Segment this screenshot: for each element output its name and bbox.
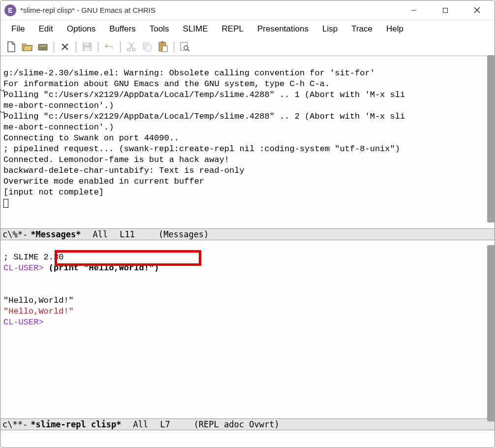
repl-prompt: CL-USER>	[3, 318, 44, 327]
repl-modeline[interactable]: c\**- *slime-repl clisp* All L7 (REPL ad…	[0, 418, 495, 430]
titlebar: E *slime-repl clisp* - GNU Emacs at CHRI…	[0, 0, 495, 20]
modeline-prefix: c\**-	[2, 419, 28, 429]
maximize-button[interactable]	[435, 2, 455, 18]
modeline-prefix: c\%*-	[2, 229, 28, 239]
cut-icon[interactable]	[124, 40, 138, 54]
window-title: *slime-repl clisp* - GNU Emacs at CHRIS	[20, 6, 404, 14]
minibuffer[interactable]	[0, 430, 495, 441]
continuation-mark: ↪	[0, 109, 5, 116]
message-line: backward-delete-char-untabify: Text is r…	[3, 166, 245, 175]
modeline-buffer-name: *slime-repl clisp*	[31, 419, 121, 429]
toolbar-separator	[174, 41, 174, 52]
cursor	[3, 199, 8, 208]
message-line: [input not complete]	[3, 188, 104, 197]
copy-icon[interactable]	[140, 40, 154, 54]
search-icon[interactable]	[178, 40, 192, 54]
svg-rect-16	[146, 45, 151, 51]
repl-buffer[interactable]: ; SLIME 2.30 CL-USER> (print "Hello,Worl…	[0, 240, 495, 418]
window-controls	[404, 2, 491, 18]
message-line: Connected. Lemonodor-fame is but a hack …	[3, 155, 229, 164]
modeline-line: L11	[120, 229, 135, 239]
message-line: me-abort-connection'.)	[3, 101, 114, 110]
svg-rect-5	[39, 45, 46, 47]
toolbar-separator	[98, 41, 98, 52]
message-line: ; pipelined request... (swank-repl:creat…	[3, 144, 400, 154]
scrollbar-thumb[interactable]	[487, 245, 495, 421]
svg-rect-1	[443, 8, 448, 12]
toolbar-separator	[76, 41, 76, 52]
continuation-mark: ↪	[0, 87, 5, 94]
svg-point-11	[127, 48, 130, 51]
menu-slime[interactable]: SLIME	[176, 22, 215, 36]
modeline-position: All	[93, 229, 108, 239]
svg-rect-9	[84, 42, 89, 46]
modeline-position: All	[133, 419, 148, 429]
modeline-line: L7	[160, 419, 170, 429]
menubar: File Edit Options Buffers Tools SLIME RE…	[0, 20, 495, 38]
modeline-mode: (REPL adoc Ovwrt)	[194, 419, 279, 429]
svg-rect-20	[181, 42, 187, 50]
menu-presentations[interactable]: Presentations	[250, 22, 315, 36]
paste-icon[interactable]	[156, 40, 170, 54]
toolbar	[0, 38, 495, 56]
menu-options[interactable]: Options	[60, 22, 103, 36]
menu-lisp[interactable]: Lisp	[315, 22, 344, 36]
messages-modeline[interactable]: c\%*- *Messages* All L11 (Messages)	[0, 228, 495, 240]
menu-edit[interactable]: Edit	[31, 22, 60, 36]
repl-prompt: CL-USER>	[3, 263, 44, 273]
repl-output: "Hello,World!"	[3, 296, 79, 305]
save-icon[interactable]	[80, 40, 94, 54]
message-line: For information about GNU Emacs and the …	[3, 79, 330, 89]
repl-return-value: "Hello,World!"	[3, 307, 74, 316]
menu-trace[interactable]: Trace	[344, 22, 379, 36]
new-file-icon[interactable]	[4, 40, 18, 54]
menu-repl[interactable]: REPL	[215, 22, 250, 36]
svg-point-12	[132, 48, 135, 51]
close-button[interactable]	[467, 2, 487, 18]
messages-buffer[interactable]: g:/slime-2.30/slime.el: Warning: Obsolet…	[0, 56, 495, 228]
minimize-button[interactable]	[404, 2, 424, 18]
svg-line-22	[187, 49, 189, 51]
menu-help[interactable]: Help	[379, 22, 410, 36]
open-folder-icon[interactable]	[20, 40, 34, 54]
scrollbar-thumb[interactable]	[487, 55, 495, 223]
menu-file[interactable]: File	[4, 22, 31, 36]
toolbar-separator	[54, 41, 54, 52]
drive-icon[interactable]	[36, 40, 50, 54]
message-line: g:/slime-2.30/slime.el: Warning: Obsolet…	[3, 68, 375, 78]
repl-header: ; SLIME 2.30	[3, 253, 63, 262]
menu-tools[interactable]: Tools	[143, 22, 176, 36]
message-line: me-abort-connection'.)	[3, 123, 114, 132]
toolbar-separator	[120, 41, 121, 52]
message-line: Overwrite mode enabled in current buffer	[3, 177, 204, 186]
message-line: Polling "c:/Users/x2129/AppData/Local/Te…	[3, 90, 405, 99]
close-icon[interactable]	[58, 40, 72, 54]
menu-buffers[interactable]: Buffers	[102, 22, 143, 36]
message-line: Polling "c:/Users/x2129/AppData/Local/Te…	[3, 112, 405, 121]
undo-icon[interactable]	[102, 40, 116, 54]
svg-rect-10	[84, 47, 90, 51]
svg-rect-4	[38, 44, 47, 50]
emacs-icon: E	[4, 4, 16, 16]
svg-rect-19	[162, 46, 167, 52]
svg-rect-18	[161, 41, 164, 43]
message-line: Connecting to Swank on port 44090..	[3, 133, 179, 143]
modeline-mode: (Messages)	[158, 229, 209, 239]
repl-input: (print "Hello,World!")	[44, 263, 159, 273]
modeline-buffer-name: *Messages*	[31, 229, 81, 239]
